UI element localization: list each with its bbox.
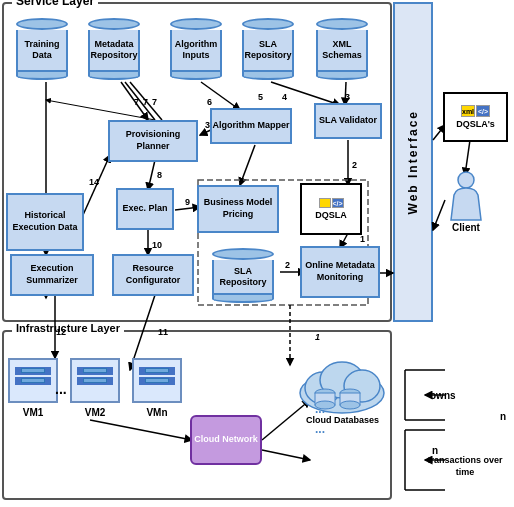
client-figure: Client	[446, 170, 486, 233]
sla-repo-low-label: SLA Repository	[214, 266, 272, 288]
sla-validator-box: SLA Validator	[314, 103, 382, 139]
transactions-label: transactions over time	[425, 455, 505, 478]
dqsla-side-label: DQSLA's	[456, 119, 495, 129]
dqsla-side-box: xml </> DQSLA's	[443, 92, 508, 142]
business-model-pricing-box: Business Model Pricing	[197, 185, 279, 233]
cloud-databases-label: Cloud Databases	[295, 415, 390, 425]
sla-repo-low-cylinder: SLA Repository	[212, 248, 274, 303]
bracket-svg	[395, 330, 514, 507]
execution-summarizer-box: Execution Summarizer	[10, 254, 94, 296]
metadata-repo-label: Metadata Repository	[90, 39, 138, 61]
sla-repo-top-label: SLA Repository	[244, 39, 292, 61]
exec-plan-box: Exec. Plan	[116, 188, 174, 230]
vmn-label: VMn	[132, 407, 182, 418]
xml-schemas-label: XML Schemas	[318, 39, 366, 61]
web-interface-label: Web Interface	[406, 110, 420, 214]
web-interface-panel: Web Interface	[393, 2, 433, 322]
training-data-cylinder: Training Data	[16, 18, 68, 80]
svg-text:n: n	[500, 411, 506, 422]
dqsla-main-box: </> DQSLA	[300, 183, 362, 235]
svg-point-49	[458, 172, 474, 188]
historical-exec-box: Historical Execution Data	[6, 193, 84, 251]
vmn-box	[132, 358, 182, 403]
algorithm-inputs-label: Algorithm Inputs	[172, 39, 220, 61]
online-metadata-box: Online Metadata Monitoring	[300, 246, 380, 298]
vm2-label: VM2	[70, 407, 120, 418]
cloud-network-box: Cloud Network	[190, 415, 262, 465]
training-data-label: Training Data	[18, 39, 66, 61]
provisioning-planner-box: Provisioning Planner	[108, 120, 198, 162]
sla-repo-top-cylinder: SLA Repository	[242, 18, 294, 80]
resource-configurator-box: Resource Configurator	[112, 254, 194, 296]
cloud-databases-cloud: Cloud Databases	[295, 338, 390, 425]
dqsla-main-label: DQSLA	[315, 210, 347, 220]
vm1-label: VM1	[8, 407, 58, 418]
metadata-repo-cylinder: Metadata Repository	[88, 18, 140, 80]
owns-label: owns	[430, 390, 456, 401]
algorithm-inputs-cylinder: Algorithm Inputs	[170, 18, 222, 80]
cloud-dots-2: ···	[315, 425, 325, 439]
service-layer-label: Service Layer	[12, 0, 98, 8]
infra-layer-label: Infrastructure Layer	[12, 322, 124, 334]
svg-line-23	[433, 200, 445, 230]
svg-point-59	[340, 401, 360, 409]
xml-schemas-cylinder: XML Schemas	[316, 18, 368, 80]
vm2-box	[70, 358, 120, 403]
algorithm-mapper-box: Algorithm Mapper	[210, 108, 292, 144]
main-container: Service Layer Infrastructure Layer Web I…	[0, 0, 514, 507]
cloud-dots-1: ···	[315, 405, 325, 419]
vm1-box	[8, 358, 58, 403]
vm-dots: ···	[55, 385, 67, 401]
